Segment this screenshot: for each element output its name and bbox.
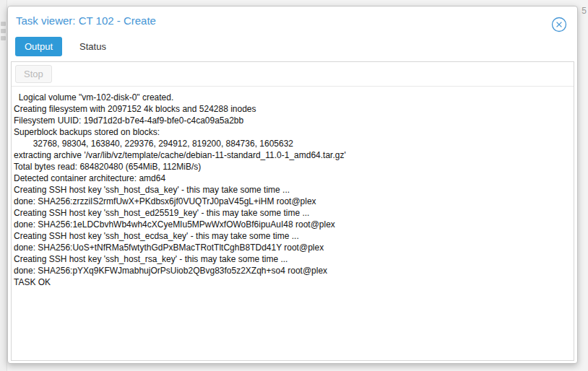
log-line: Creating filesystem with 2097152 4k bloc… (14, 103, 570, 115)
log-line: Detected container architecture: amd64 (14, 173, 570, 184)
tab-output[interactable]: Output (15, 37, 62, 56)
log-line: Creating SSH host key 'ssh_host_rsa_key'… (14, 253, 570, 265)
tree-node-icon (1, 36, 6, 40)
log-line: Creating SSH host key 'ssh_host_ecdsa_ke… (14, 230, 570, 242)
stop-button[interactable]: Stop (15, 65, 52, 83)
background-text-fragment: 5 (581, 6, 587, 16)
log-line: Creating SSH host key 'ssh_host_ed25519_… (14, 207, 570, 219)
log-line: Total bytes read: 684820480 (654MiB, 112… (14, 161, 570, 173)
log-line: 32768, 98304, 163840, 229376, 294912, 81… (14, 138, 570, 149)
log-line: done: SHA256:UoS+tNfRMa5fwtythGdPxBMacTR… (14, 242, 570, 253)
task-log-output: Logical volume "vm-102-disk-0" created.C… (12, 87, 574, 360)
close-button[interactable] (550, 16, 568, 33)
output-panel: Stop Logical volume "vm-102-disk-0" crea… (11, 61, 574, 361)
tab-status[interactable]: Status (70, 37, 116, 56)
tab-bar: Output Status (8, 32, 577, 63)
tree-node-icon (1, 29, 6, 33)
log-line: TASK OK (14, 276, 570, 288)
log-line: done: SHA256:1eLDCbvhWb4wh4cXCyeMIu5MPwW… (14, 219, 570, 230)
tree-node-icon (1, 22, 6, 26)
task-viewer-dialog: Task viewer: CT 102 - Create Output Stat… (7, 6, 578, 364)
log-line: Creating SSH host key 'ssh_host_dsa_key'… (14, 184, 570, 196)
log-line: Logical volume "vm-102-disk-0" created. (14, 92, 570, 103)
output-toolbar: Stop (12, 62, 574, 87)
background-resource-tree (0, 0, 7, 371)
log-line: done: SHA256:pYXq9KFWJmabhujOrPsUiob2QBv… (14, 265, 570, 276)
log-line: Filesystem UUID: 19d71d2d-b7e4-4af9-bfe0… (14, 115, 570, 126)
log-line: extracting archive '/var/lib/vz/template… (14, 149, 570, 161)
log-line: Superblock backups stored on blocks: (14, 126, 570, 138)
log-line: done: SHA256:zrzziIS2rmfUwX+PKdbsx6jf0VU… (14, 196, 570, 207)
close-icon (550, 16, 568, 33)
dialog-title: Task viewer: CT 102 - Create (8, 6, 577, 32)
